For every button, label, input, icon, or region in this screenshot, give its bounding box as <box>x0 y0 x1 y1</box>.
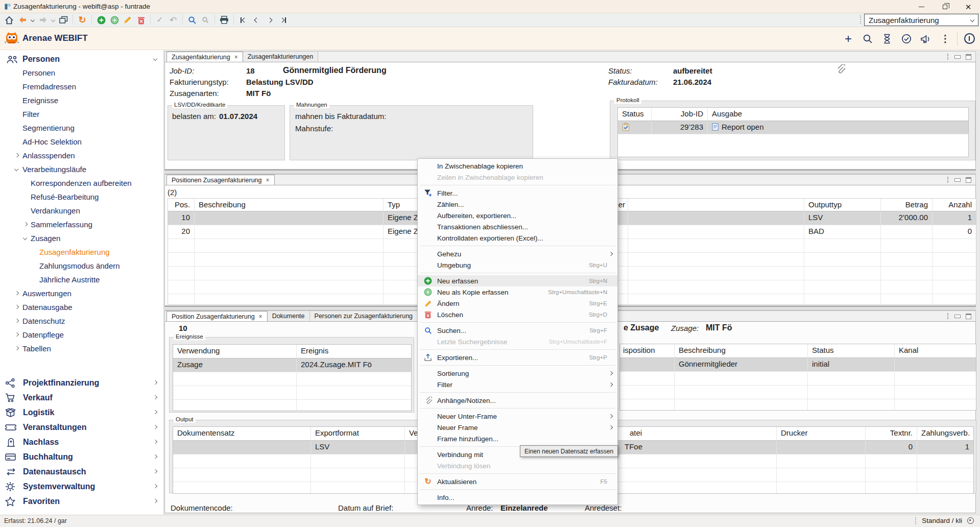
home-button[interactable] <box>3 14 15 26</box>
panel-maximize-icon[interactable] <box>966 177 971 183</box>
menu-item-gehezu[interactable]: Gehezu <box>418 248 617 259</box>
positionen-col-blank[interactable] <box>628 199 804 211</box>
panel-grip-icon[interactable] <box>947 313 948 319</box>
search-button[interactable] <box>186 14 198 26</box>
protokoll-row[interactable]: 29’283 Report open <box>618 121 968 134</box>
new-copy-button[interactable] <box>108 14 121 26</box>
menu-item-transaktionen-abschliessen[interactable]: Transaktionen abschliessen... <box>418 221 617 232</box>
tab-position-zusagenfakturierung[interactable]: Position Zusagenfakturierung× <box>166 311 268 321</box>
sidebar-section-nachlass[interactable]: Nachlass <box>0 435 164 449</box>
sidebar-item-zusagen[interactable]: Zusagen <box>0 231 164 245</box>
profile-button[interactable] <box>960 31 979 46</box>
edit-button[interactable] <box>122 14 134 26</box>
global-search-button[interactable] <box>858 31 877 46</box>
protokoll-col-jobid[interactable]: Job-ID <box>652 108 708 121</box>
sidebar-section-datenaustausch[interactable]: Datenaustausch <box>0 464 164 479</box>
forward-button[interactable] <box>37 14 49 26</box>
zusage-col-kanal[interactable]: Kanal <box>895 344 976 357</box>
refresh-button[interactable]: ↻ <box>76 14 88 26</box>
restore-button[interactable] <box>933 0 957 13</box>
zusage-col-beschreibung[interactable]: Beschreibung <box>675 344 808 357</box>
protokoll-ausgabe-cell[interactable]: Report open <box>708 121 968 134</box>
sidebar-item-sammelerfassung[interactable]: Sammelerfassung <box>0 218 164 231</box>
close-button[interactable]: ✕ <box>957 0 980 13</box>
menu-item-zaehlen[interactable]: Zählen... <box>418 199 617 210</box>
sidebar-item-datenschutz[interactable]: Datenschutz <box>0 314 164 328</box>
menu-item-umgebung[interactable]: UmgebungStrg+U <box>418 259 617 271</box>
confirm-button[interactable]: ✓ <box>154 14 166 26</box>
back-history-button[interactable] <box>30 14 36 26</box>
zusage-row[interactable]: Gönnermitglieder initial <box>620 358 976 372</box>
menu-item-aktualisieren[interactable]: ↻AktualisierenF5 <box>418 476 617 487</box>
sidebar-item-datenausgabe[interactable]: Datenausgabe <box>0 300 164 314</box>
search-small-button[interactable] <box>199 14 211 26</box>
sidebar-section-verkauf[interactable]: Verkauf <box>0 390 164 405</box>
panel-maximize-icon[interactable] <box>966 54 971 60</box>
positionen-col-outputtyp[interactable]: Outputtyp <box>804 199 881 211</box>
undo-button[interactable]: ↶ <box>167 14 179 26</box>
menu-item-kontrolldaten-exportieren[interactable]: Kontrolldaten exportieren (Excel)... <box>418 232 617 244</box>
menu-item-anhaenge-notizen[interactable]: Anhänge/Notizen... <box>418 395 617 406</box>
forward-history-button[interactable] <box>50 14 56 26</box>
close-tab-icon[interactable]: × <box>234 54 238 61</box>
output-col-dokumentensatz[interactable]: Dokumentensatz <box>173 427 311 440</box>
menu-item-sortierung[interactable]: Sortierung <box>418 368 617 379</box>
sidebar-section-systemverwaltung[interactable]: Systemverwaltung <box>0 479 164 494</box>
panel-minimize-icon[interactable] <box>954 178 961 182</box>
output-col-zahlungsverb[interactable]: Zahlungsverb. <box>917 427 973 440</box>
first-page-button[interactable] <box>237 14 249 26</box>
menu-item-neu-als-kopie-erfassen[interactable]: Neu als Kopie erfassenStrg+Umschalttaste… <box>418 286 617 298</box>
sidebar-section-projektfinanzierung[interactable]: Projektfinanzierung <box>0 375 164 390</box>
attachment-paperclip-icon[interactable] <box>835 64 845 76</box>
sidebar-item-jaehrliche-austritte[interactable]: Jährliche Austritte <box>0 273 164 286</box>
delete-button[interactable] <box>135 14 147 26</box>
sidebar-item-tabellen[interactable]: Tabellen <box>0 342 164 355</box>
sidebar-item-auswertungen[interactable]: Auswertungen <box>0 286 164 300</box>
sidebar-item-anlassspenden[interactable]: Anlassspenden <box>0 149 164 162</box>
sidebar-item-refuse-bearbeitung[interactable]: Refusé-Bearbeitung <box>0 190 164 204</box>
sidebar-section-buchhaltung[interactable]: Buchhaltung <box>0 449 164 464</box>
menu-item-aufbereiten-exportieren[interactable]: Aufbereiten, exportieren... <box>418 210 617 221</box>
close-tab-icon[interactable]: × <box>259 313 262 320</box>
sidebar-item-datenpflege[interactable]: Datenpflege <box>0 328 164 342</box>
sidebar-item-ereignisse[interactable]: Ereignisse <box>0 93 164 107</box>
sidebar-section-logistik[interactable]: Logistik <box>0 405 164 420</box>
positionen-col-pos[interactable]: ˆPos. <box>168 199 195 211</box>
panel-maximize-icon[interactable] <box>966 314 971 319</box>
tab-personen-zur-zusagenfakturierung[interactable]: Personen zur Zusagenfakturierung <box>310 311 418 321</box>
print-button[interactable] <box>218 14 230 26</box>
output-col-exportformat[interactable]: Exportformat <box>311 427 405 440</box>
menu-item-suchen[interactable]: Suchen...Strg+F <box>418 325 617 336</box>
menu-item-neu-erfassen[interactable]: Neu erfassenStrg+N <box>418 275 617 286</box>
sidebar-item-verdankungen[interactable]: Verdankungen <box>0 204 164 218</box>
menu-item-loeschen[interactable]: LöschenStrg+D <box>418 309 617 320</box>
zusage-col-disposition[interactable]: isposition <box>620 344 675 357</box>
tab-zusagenfakturierung[interactable]: Zusagenfakturierung× <box>166 52 243 62</box>
menu-item-filter[interactable]: Filter... <box>418 187 617 199</box>
sidebar-item-korrespondenzen-aufbereiten[interactable]: Korrespondenzen aufbereiten <box>0 176 164 190</box>
sidebar-item-adhoc-selektion[interactable]: Ad-Hoc Selektion <box>0 135 164 149</box>
positionen-col-betrag[interactable]: Betrag <box>881 199 933 211</box>
positionen-col-anzahl[interactable]: Anzahl <box>933 199 976 211</box>
protokoll-col-status[interactable]: ˆStatus <box>618 108 652 121</box>
menu-item-neuer-frame[interactable]: Neuer Frame <box>418 422 617 433</box>
sidebar-section-favoriten[interactable]: Favoriten <box>0 494 164 509</box>
sidebar-section-veranstaltungen[interactable]: Veranstaltungen <box>0 420 164 435</box>
menu-item-filter-submenu[interactable]: Filter <box>418 379 617 390</box>
panel-grip-icon[interactable] <box>947 177 948 183</box>
panel-minimize-icon[interactable] <box>954 55 961 59</box>
output-col-textnr[interactable]: Textnr. <box>866 427 917 440</box>
add-button[interactable]: + <box>839 31 858 46</box>
previous-page-button[interactable] <box>250 14 262 26</box>
sidebar-item-zusagenfakturierung-selected[interactable]: Zusagenfakturierung <box>0 245 164 259</box>
sidebar-item-verarbeitungslaeufe[interactable]: Verarbeitungsläufe <box>0 162 164 176</box>
output-col-drucker[interactable]: Drucker <box>777 427 866 440</box>
sidebar-section-personen[interactable]: Personen <box>0 52 164 66</box>
announcements-button[interactable] <box>916 31 936 46</box>
menu-item-neuer-unter-frame[interactable]: Neuer Unter-Frame <box>418 411 617 422</box>
last-page-button[interactable] <box>277 14 289 26</box>
new-window-button[interactable] <box>57 14 69 26</box>
menu-item-exportieren[interactable]: Exportieren...Strg+P <box>418 352 617 363</box>
sidebar-item-fremdadressen[interactable]: Fremdadressen <box>0 80 164 93</box>
minimize-button[interactable] <box>910 0 933 13</box>
